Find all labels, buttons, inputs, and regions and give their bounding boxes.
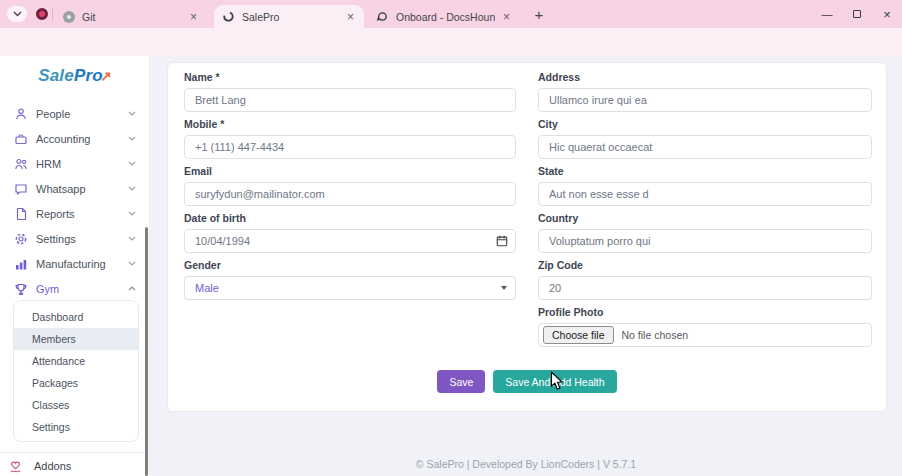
sidebar-item-accounting[interactable]: Accounting (0, 126, 149, 151)
mobile-field: Mobile * (184, 118, 516, 159)
sidebar-item-label: Settings (36, 233, 128, 245)
city-input[interactable] (538, 135, 872, 159)
tab-close-icon[interactable]: × (501, 10, 512, 24)
addons-label: Addons (34, 460, 71, 472)
dob-input[interactable] (184, 229, 516, 253)
minimize-button[interactable]: — (812, 0, 842, 28)
sidebar-item-manufacturing[interactable]: Manufacturing (0, 251, 149, 276)
name-input[interactable] (184, 88, 516, 112)
salepro-favicon-icon (222, 10, 235, 23)
mobile-label: Mobile * (184, 118, 516, 130)
window-controls: — × (812, 0, 902, 28)
mobile-input[interactable] (184, 135, 516, 159)
sidebar-item-addons[interactable]: Addons (0, 456, 149, 476)
gym-submenu: Dashboard Members Attendance Packages Cl… (13, 300, 139, 442)
person-icon (14, 107, 28, 121)
sidebar-item-label: Reports (36, 208, 128, 220)
state-field: State (538, 165, 872, 206)
chevron-down-icon (128, 236, 136, 241)
zip-input[interactable] (538, 276, 872, 300)
submenu-item-members[interactable]: Members (14, 328, 138, 350)
tab-search-button[interactable] (7, 6, 27, 22)
maximize-button[interactable] (842, 0, 872, 28)
salepro-logo: SalePro↗ (0, 66, 150, 86)
footer-copyright: © SalePro | Developed By LionCoders | V … (150, 458, 902, 470)
new-tab-button[interactable]: + (528, 3, 550, 25)
tab-close-icon[interactable]: × (188, 10, 199, 24)
chevron-down-icon (128, 161, 136, 166)
docshound-favicon-icon (376, 10, 389, 23)
sidebar-item-people[interactable]: People (0, 101, 149, 126)
logo-arrow-icon: ↗ (100, 68, 112, 84)
select-caret-icon (501, 286, 507, 290)
chevron-down-icon (128, 136, 136, 141)
sidebar-item-gym[interactable]: Gym (0, 276, 149, 301)
save-button[interactable]: Save (437, 370, 485, 393)
app-content: SalePro↗ People Accounting HRM (0, 56, 902, 476)
gender-select[interactable]: Male (184, 276, 516, 300)
sidebar-item-hrm[interactable]: HRM (0, 151, 149, 176)
sidebar-item-label: Whatsapp (36, 183, 128, 195)
main-panel: Name * Mobile * Email Date of birth (150, 56, 902, 476)
submenu-item-dashboard[interactable]: Dashboard (14, 306, 138, 328)
sidebar-scrollbar[interactable] (145, 227, 148, 476)
dob-label: Date of birth (184, 212, 516, 224)
logo-pro: Pro (74, 66, 103, 85)
state-label: State (538, 165, 872, 177)
tab-docshound[interactable]: Onboard - DocsHound × (368, 5, 520, 28)
calendar-icon[interactable] (496, 235, 508, 247)
photo-field: Profile Photo Choose file No file chosen (538, 306, 872, 347)
tab-close-icon[interactable]: × (345, 10, 356, 24)
city-field: City (538, 118, 872, 159)
zip-field: Zip Code (538, 259, 872, 300)
chevron-up-icon (128, 286, 136, 291)
gender-label: Gender (184, 259, 516, 271)
sidebar-item-label: Gym (36, 283, 128, 295)
sidebar-item-label: People (36, 108, 128, 120)
form-column-right: Address City State Country (538, 71, 872, 353)
submenu-item-attendance[interactable]: Attendance (14, 350, 138, 372)
chat-icon (14, 182, 28, 196)
submenu-item-settings[interactable]: Settings (14, 416, 138, 438)
sidebar-item-label: Accounting (36, 133, 128, 145)
tab-separator (52, 8, 53, 21)
email-label: Email (184, 165, 516, 177)
submenu-item-packages[interactable]: Packages (14, 372, 138, 394)
chevron-down-icon (128, 211, 136, 216)
recording-indicator-icon (36, 8, 48, 20)
save-and-add-health-button[interactable]: Save And Add Health (493, 370, 616, 393)
dob-field: Date of birth (184, 212, 516, 253)
sidebar-item-reports[interactable]: Reports (0, 201, 149, 226)
email-input[interactable] (184, 182, 516, 206)
document-icon (14, 207, 28, 221)
git-favicon-icon (63, 11, 75, 23)
address-label: Address (538, 71, 872, 83)
country-input[interactable] (538, 229, 872, 253)
zip-label: Zip Code (538, 259, 872, 271)
photo-file-input[interactable]: Choose file No file chosen (538, 323, 872, 347)
chevron-down-icon (128, 186, 136, 191)
sidebar-item-settings[interactable]: Settings (0, 226, 149, 251)
name-field: Name * (184, 71, 516, 112)
submenu-item-classes[interactable]: Classes (14, 394, 138, 416)
tab-git[interactable]: Git × (55, 5, 207, 28)
sidebar-item-whatsapp[interactable]: Whatsapp (0, 176, 149, 201)
file-status: No file chosen (622, 329, 689, 341)
tab-strip: Git × SalePro × Onboard - DocsHound × + … (0, 0, 902, 28)
chevron-down-icon (13, 11, 22, 17)
sidebar: SalePro↗ People Accounting HRM (0, 56, 150, 476)
choose-file-button[interactable]: Choose file (543, 326, 614, 344)
gender-field: Gender Male (184, 259, 516, 300)
country-field: Country (538, 212, 872, 253)
state-input[interactable] (538, 182, 872, 206)
maximize-icon (853, 10, 861, 18)
email-field: Email (184, 165, 516, 206)
close-window-button[interactable]: × (872, 0, 902, 28)
address-input[interactable] (538, 88, 872, 112)
sidebar-item-label: Manufacturing (36, 258, 128, 270)
browser-toolbar: ← → × i 127.0.0.1:8000/gym/members/creat… (0, 28, 902, 56)
country-label: Country (538, 212, 872, 224)
sidebar-divider (0, 452, 149, 453)
tab-salepro[interactable]: SalePro × (214, 5, 364, 28)
sidebar-item-label: HRM (36, 158, 128, 170)
